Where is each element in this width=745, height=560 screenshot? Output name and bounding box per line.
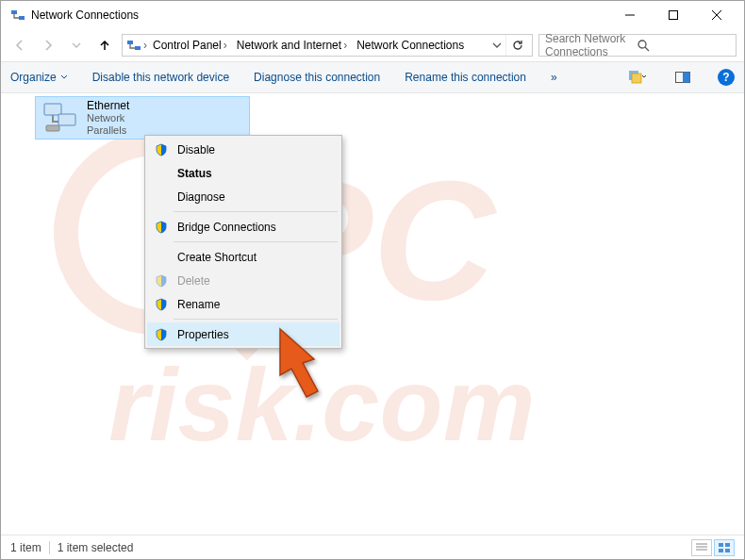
network-icon <box>10 8 25 23</box>
svg-line-13 <box>645 47 649 51</box>
separator <box>49 541 50 554</box>
svg-rect-27 <box>725 549 730 552</box>
shield-icon <box>153 326 170 343</box>
nav-up-button[interactable] <box>93 34 116 57</box>
adapter-name: Ethernet <box>87 99 129 112</box>
svg-rect-18 <box>44 104 61 115</box>
minimize-button[interactable] <box>608 1 652 29</box>
search-icon <box>637 40 730 52</box>
breadcrumb-control-panel[interactable]: Control Panel› <box>149 35 231 56</box>
separator <box>174 319 338 320</box>
status-selected-count: 1 item selected <box>58 541 134 554</box>
search-placeholder: Search Network Connections <box>545 32 637 58</box>
nav-forward-button[interactable] <box>37 34 59 57</box>
svg-rect-25 <box>725 543 730 547</box>
content-area: Ethernet Network Parallels Disable Statu… <box>1 93 744 535</box>
ctx-status[interactable]: Status <box>147 161 339 185</box>
diagnose-connection-button[interactable]: Diagnose this connection <box>254 71 380 84</box>
ctx-bridge-connections[interactable]: Bridge Connections <box>147 215 339 239</box>
svg-rect-4 <box>11 10 17 14</box>
separator <box>174 241 338 242</box>
status-item-count: 1 item <box>10 541 41 554</box>
svg-rect-17 <box>683 73 690 83</box>
more-commands-button[interactable]: » <box>551 71 557 84</box>
organize-button[interactable]: Organize <box>10 71 68 84</box>
help-button[interactable]: ? <box>718 69 735 86</box>
adapter-status: Network <box>87 112 129 124</box>
shield-icon <box>153 219 170 236</box>
ctx-diagnose[interactable]: Diagnose <box>147 185 339 208</box>
address-bar[interactable]: › Control Panel› Network and Internet› N… <box>122 34 533 57</box>
disable-device-button[interactable]: Disable this network device <box>92 71 229 84</box>
annotation-arrow <box>271 323 337 399</box>
window-title-area: Network Connections <box>7 8 608 23</box>
breadcrumb-network-internet[interactable]: Network and Internet› <box>233 35 351 56</box>
svg-rect-24 <box>719 543 723 547</box>
breadcrumb-network-connections[interactable]: Network Connections <box>353 35 468 56</box>
svg-rect-19 <box>58 114 75 125</box>
ctx-delete: Delete <box>147 269 339 292</box>
shield-icon <box>153 296 170 313</box>
svg-rect-20 <box>46 125 59 131</box>
close-button[interactable] <box>695 1 738 29</box>
tiles-view-button[interactable] <box>714 539 735 556</box>
svg-rect-26 <box>719 549 723 552</box>
adapter-device: Parallels <box>87 124 129 137</box>
preview-pane-button[interactable] <box>672 67 693 88</box>
window-title: Network Connections <box>31 8 139 22</box>
adapter-text: Ethernet Network Parallels <box>87 99 129 138</box>
title-bar: Network Connections <box>1 1 744 29</box>
shield-icon <box>153 272 170 289</box>
svg-rect-15 <box>632 74 641 83</box>
adapter-icon <box>41 99 79 137</box>
view-toggle <box>691 539 735 556</box>
svg-rect-7 <box>670 11 678 20</box>
svg-rect-11 <box>135 46 141 50</box>
adapter-ethernet[interactable]: Ethernet Network Parallels <box>35 96 250 140</box>
svg-point-12 <box>638 41 646 48</box>
svg-rect-10 <box>127 41 133 44</box>
nav-recent-button[interactable] <box>65 34 88 57</box>
separator <box>174 211 338 212</box>
breadcrumb-root-icon <box>126 38 141 53</box>
context-menu: Disable Status Diagnose Bridge Connectio… <box>144 135 342 349</box>
maximize-button[interactable] <box>652 1 695 29</box>
ctx-rename[interactable]: Rename <box>147 292 339 316</box>
chevron-right-icon: › <box>143 39 147 52</box>
command-bar: Organize Disable this network device Dia… <box>1 61 744 93</box>
shield-icon <box>153 141 170 158</box>
ctx-disable[interactable]: Disable <box>147 138 339 161</box>
address-row: › Control Panel› Network and Internet› N… <box>1 29 744 61</box>
ctx-create-shortcut[interactable]: Create Shortcut <box>147 245 339 269</box>
refresh-button[interactable] <box>505 35 528 56</box>
status-bar: 1 item 1 item selected <box>1 535 744 559</box>
address-history-dropdown[interactable] <box>492 41 502 50</box>
view-options-button[interactable] <box>627 67 648 88</box>
rename-connection-button[interactable]: Rename this connection <box>405 71 526 84</box>
details-view-button[interactable] <box>691 539 712 556</box>
nav-back-button[interactable] <box>8 34 31 57</box>
svg-rect-5 <box>19 16 25 20</box>
search-input[interactable]: Search Network Connections <box>538 34 737 57</box>
